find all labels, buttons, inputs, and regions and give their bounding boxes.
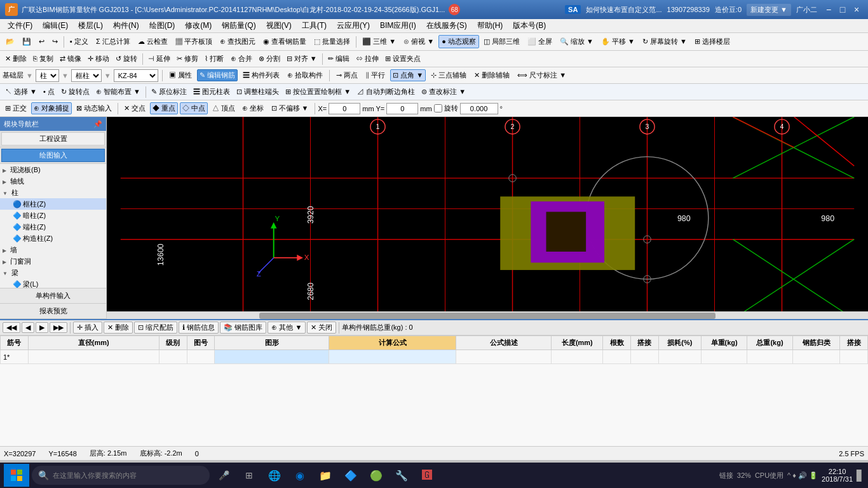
move-btn[interactable]: ✛ 移动 — [85, 53, 112, 65]
top-view-btn[interactable]: ⊙ 俯视 ▼ — [400, 35, 437, 48]
diam-input[interactable] — [31, 353, 157, 361]
component-list-btn[interactable]: ☰ 构件列表 — [240, 69, 282, 81]
smart-place-btn[interactable]: ⊕ 智能布置 ▼ — [93, 86, 143, 98]
break-btn[interactable]: ⌇ 打断 — [202, 53, 226, 65]
subtype-select[interactable]: 框柱 — [71, 69, 102, 82]
menu-help[interactable]: 帮助(H) — [472, 19, 508, 32]
close-button[interactable]: × — [850, 3, 863, 16]
sidebar-item-beam-l[interactable]: 🔷 梁(L) — [0, 278, 106, 288]
first-page-btn[interactable]: ◀◀ — [3, 322, 20, 333]
component-id-select[interactable]: KZ-84 — [114, 69, 158, 82]
next-btn[interactable]: ▶ — [36, 322, 48, 333]
menu-online[interactable]: 在线服务(S) — [421, 19, 472, 32]
two-point-btn[interactable]: ⊸ 两点 — [334, 69, 360, 81]
show-desktop-icon[interactable]: ▋ — [857, 470, 864, 482]
trim-btn[interactable]: ✂ 修剪 — [174, 53, 201, 65]
notification-badge[interactable]: 68 — [449, 4, 460, 15]
define-btn[interactable]: ▪ 定义 — [67, 35, 92, 48]
stretch-btn[interactable]: ⇔ 拉伸 — [353, 53, 381, 65]
check-tag-btn[interactable]: ⊜ 查改标注 ▼ — [419, 86, 468, 98]
insert-rebar-btn[interactable]: ✛ 插入 — [73, 322, 102, 334]
vertex-snap-btn[interactable]: △ 顶点 — [210, 102, 238, 114]
menu-modify[interactable]: 修改(M) — [180, 19, 217, 32]
search-bar[interactable]: 🔍 在这里输入你要搜索的内容 — [32, 466, 210, 485]
type-select[interactable]: 柱 — [36, 69, 59, 82]
in-situ-tag-btn[interactable]: ✎ 原位标注 — [149, 86, 189, 98]
close-panel-btn[interactable]: ✕ 关闭 — [307, 322, 336, 334]
menu-draw[interactable]: 绘图(D) — [144, 19, 180, 32]
taskbar-app2-icon[interactable]: 🟢 — [365, 464, 388, 487]
edit-rebar-btn[interactable]: ✎ 编辑钢筋 — [197, 69, 238, 81]
extend-btn[interactable]: ⊣ 延伸 — [146, 53, 173, 65]
sidebar-item-column[interactable]: 柱 — [0, 187, 106, 198]
screen-rotate-btn[interactable]: ↻ 屏幕旋转 ▼ — [639, 35, 690, 48]
coord-snap-btn[interactable]: ⊕ 坐标 — [240, 102, 266, 114]
canvas-hscroll[interactable] — [107, 311, 868, 319]
taskbar-edge-icon[interactable]: ◉ — [288, 464, 311, 487]
other-btn[interactable]: ⊕ 其他 ▼ — [268, 322, 306, 334]
undo-btn[interactable]: ↩ — [36, 36, 48, 48]
view-rebar-btn[interactable]: ◉ 查看钢筋量 — [260, 35, 309, 48]
align-btn[interactable]: ⊟ 对齐 ▼ — [284, 53, 320, 65]
intersect-snap-btn[interactable]: ✕ 交点 — [121, 102, 148, 114]
calc-btn[interactable]: Σ 汇总计算 — [93, 35, 133, 48]
open-file-btn[interactable]: 📂 — [3, 36, 18, 48]
taskbar-app1-icon[interactable]: 🔷 — [339, 464, 362, 487]
sidebar-item-struct-col[interactable]: 🔷 构造柱(Z) — [0, 233, 106, 244]
menu-component[interactable]: 构件(N) — [108, 19, 144, 32]
copy-btn[interactable]: ⎘ 复制 — [31, 53, 56, 65]
engineering-settings-btn[interactable]: 工程设置 — [1, 132, 105, 146]
sidebar-item-end-col[interactable]: 🔷 端柱(Z) — [0, 221, 106, 233]
local-3d-btn[interactable]: ◫ 局部三维 — [480, 35, 523, 48]
sidebar-item-axis[interactable]: 轴线 — [0, 175, 106, 187]
level-top-btn[interactable]: ▦ 平齐板顶 — [172, 35, 215, 48]
three-point-axis-btn[interactable]: ⊹ 三点辅轴 — [428, 69, 469, 81]
sidebar-item-beam[interactable]: 梁 — [0, 267, 106, 278]
sidebar-item-opening[interactable]: 门窗洞 — [0, 255, 106, 267]
point-draw-btn[interactable]: • 点 — [41, 86, 57, 98]
delete-rebar-btn[interactable]: ✕ 删除 — [104, 322, 133, 334]
ortho-btn[interactable]: ⊞ 正交 — [3, 102, 29, 114]
menu-bim[interactable]: BIM应用(I) — [375, 19, 421, 32]
menu-cloud[interactable]: 云应用(Y) — [332, 19, 375, 32]
scale-rebar-btn[interactable]: ⊡ 缩尺配筋 — [134, 322, 177, 334]
sidebar-item-slab[interactable]: 现浇板(B) — [0, 164, 106, 175]
drawing-input-btn[interactable]: 绘图输入 — [1, 149, 105, 162]
menu-rebar-qty[interactable]: 钢筋量(Q) — [217, 19, 261, 32]
x-input[interactable] — [329, 103, 360, 114]
sidebar-item-frame-col[interactable]: 🔵 框柱(Z) — [0, 198, 106, 210]
taskbar-app3-icon[interactable]: 🔧 — [390, 464, 413, 487]
sidebar-pin-icon[interactable]: 📌 — [93, 120, 102, 128]
rebar-table[interactable]: 筋号 直径(mm) 级别 图号 图形 计算公式 公式描述 长度(mm) 根数 搭… — [0, 336, 868, 446]
rebar-lib-btn[interactable]: 📚 钢筋图库 — [220, 322, 266, 334]
delete-axis-btn[interactable]: ✕ 删除辅轴 — [471, 69, 512, 81]
prev-btn[interactable]: ◀ — [22, 322, 34, 333]
menu-version[interactable]: 版本号(B) — [508, 19, 551, 32]
save-btn[interactable]: 💾 — [19, 36, 34, 48]
rotate-btn[interactable]: ↺ 旋转 — [113, 53, 140, 65]
menu-floor[interactable]: 楼层(L) — [73, 19, 108, 32]
last-page-btn[interactable]: ▶▶ — [50, 322, 67, 333]
y-input[interactable] — [386, 103, 418, 114]
mirror-btn[interactable]: ⇄ 镜像 — [57, 53, 84, 65]
start-button[interactable] — [4, 464, 29, 487]
cell-diam[interactable] — [28, 350, 159, 364]
maximize-button[interactable]: □ — [836, 3, 849, 16]
single-component-input-btn[interactable]: 单构件输入 — [0, 288, 106, 304]
taskbar-mic-icon[interactable]: 🎤 — [212, 464, 235, 487]
fullscreen-btn[interactable]: ⬜ 全屏 — [524, 35, 555, 48]
sidebar-item-hidden-col[interactable]: 🔷 暗柱(Z) — [0, 210, 106, 221]
find-element-btn[interactable]: ⊕ 查找图元 — [217, 35, 259, 48]
rotate-input[interactable] — [460, 103, 498, 114]
pan-btn[interactable]: ✋ 平移 ▼ — [598, 35, 638, 48]
rotate-checkbox[interactable] — [434, 104, 442, 112]
report-preview-btn[interactable]: 报表预览 — [0, 304, 106, 319]
redo-btn[interactable]: ↪ — [49, 36, 61, 48]
taskbar-task-view-icon[interactable]: ⊞ — [238, 464, 261, 487]
3d-btn[interactable]: ⬛ 三维 ▼ — [359, 35, 399, 48]
merge-btn[interactable]: ⊕ 合并 — [228, 53, 255, 65]
cloud-check-btn[interactable]: ☁ 云检查 — [135, 35, 171, 48]
element-table-btn[interactable]: ☰ 图元柱表 — [191, 86, 233, 98]
taskbar-ie-icon[interactable]: 🌐 — [263, 464, 286, 487]
dynamic-obs-btn[interactable]: ● 动态观察 — [438, 35, 479, 48]
